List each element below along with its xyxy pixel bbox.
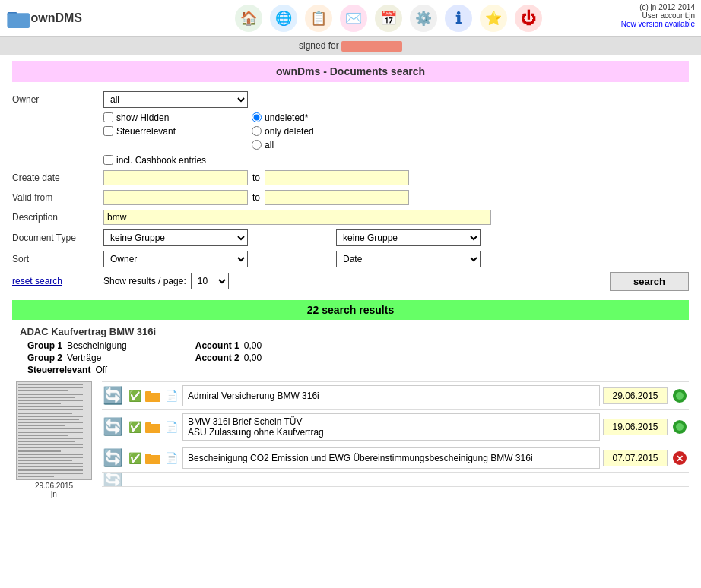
x-circle-icon-3: ✕ (672, 450, 687, 466)
svg-text:✕: ✕ (676, 454, 684, 464)
results-list: 🔄 ✅ 📄 Admiral Versicherung BMW 316i 29.0… (102, 381, 689, 487)
result-date-1: 29.06.2015 (603, 387, 668, 404)
create-date-to[interactable] (265, 170, 409, 185)
result-row: 🔄 (102, 472, 689, 487)
info-icon[interactable]: ℹ (445, 5, 472, 32)
reset-link-area: reset search (12, 276, 103, 286)
svg-rect-4 (145, 391, 151, 394)
only-deleted-radio[interactable] (252, 126, 262, 136)
email-icon[interactable]: ✉️ (340, 5, 367, 32)
page-icon-3[interactable]: 📄 (163, 450, 179, 466)
only-deleted-label: only deleted (265, 126, 314, 137)
folder-icon-2[interactable] (144, 419, 161, 435)
doc-type-select1[interactable]: keine Gruppe Bescheinigung Verträge (103, 229, 248, 246)
owner-controls: all jn other (103, 91, 689, 108)
refresh-icon-3[interactable]: 🔄 (102, 447, 123, 469)
power-icon[interactable]: ⏻ (515, 5, 542, 32)
check-icon-1[interactable]: ✅ (126, 387, 143, 404)
steuerrelevant-checkbox[interactable] (103, 126, 113, 136)
result-row: 🔄 ✅ 📄 Bescheinigung CO2 Emission und EWG… (102, 444, 689, 472)
steuerrelevant-label: Steuerrelevant (116, 126, 176, 137)
create-date-row: Create date to (12, 170, 689, 185)
result-end-3[interactable]: ✕ (671, 449, 689, 467)
all-del-row: all (252, 140, 314, 150)
svg-rect-2 (8, 14, 30, 27)
logo-area: ownDMS (6, 3, 82, 33)
folder-svg-3 (145, 452, 160, 464)
per-page-select[interactable]: 10 25 50 100 (191, 273, 229, 289)
top-right-info: (c) jn 2012-2014 User account:jn New ver… (621, 3, 695, 28)
meta-left: Group 1 Bescheinigung Group 2 Verträge S… (27, 340, 127, 375)
folder-icon-3[interactable] (144, 450, 161, 466)
thumbnail-date: 29.06.2015 (35, 482, 73, 490)
right-radios: undeleted* only deleted all (252, 112, 314, 150)
create-date-controls: to (103, 170, 689, 185)
valid-from-input[interactable] (103, 190, 248, 205)
svg-point-10 (676, 423, 684, 431)
nav-icons: 🏠 🌐 📋 ✉️ 📅 ⚙️ ℹ ⭐ ⏻ (82, 5, 695, 32)
show-results-label: Show results / page: (103, 276, 186, 286)
svg-rect-8 (145, 422, 151, 425)
show-results-area: Show results / page: 10 25 50 100 search (103, 272, 689, 291)
undeleted-radio[interactable] (252, 112, 262, 122)
search-form: Owner all jn other show Hidden Steuerrel… (12, 91, 689, 291)
valid-from-controls: to (103, 190, 689, 205)
group2-label: Group 2 (27, 352, 62, 363)
meta-account1: Account 1 0,00 (195, 340, 262, 351)
thumbnail-image (16, 381, 92, 480)
result-end-2[interactable] (671, 418, 689, 436)
owner-select[interactable]: all jn other (103, 91, 248, 108)
check-icon-2[interactable]: ✅ (126, 419, 143, 435)
incl-cashbook-checkbox[interactable] (103, 155, 113, 165)
settings-icon[interactable]: ⚙️ (410, 5, 437, 32)
group1-value: Bescheinigung (67, 340, 127, 351)
valid-to-input[interactable] (265, 190, 409, 205)
result-title-2: BMW 316i Brief Schein TÜV ASU Zulassung … (182, 413, 600, 441)
doc-type-label: Document Type (12, 232, 103, 243)
create-date-from[interactable] (103, 170, 248, 185)
search-button[interactable]: search (610, 272, 689, 291)
folder-svg-1 (145, 390, 160, 402)
result-end-1[interactable] (671, 387, 689, 405)
svg-point-6 (676, 392, 684, 400)
folder-icon-1[interactable] (144, 387, 161, 404)
show-hidden-row: show Hidden (103, 112, 176, 123)
owner-row: Owner all jn other (12, 91, 689, 108)
to-label2: to (252, 192, 260, 203)
page-icon-1[interactable]: 📄 (163, 387, 179, 404)
reset-search-link[interactable]: reset search (12, 276, 62, 286)
green-circle-icon-1 (672, 388, 687, 403)
sort-row: Sort Owner Date Title Date Owner Title (12, 251, 689, 267)
refresh-icon-4[interactable]: 🔄 (102, 472, 123, 487)
folder-svg-2 (145, 421, 160, 433)
page-icon-2[interactable]: 📄 (163, 419, 179, 435)
globe-icon[interactable]: 🌐 (270, 5, 297, 32)
signed-bar: signed for (0, 37, 701, 55)
calendar-icon[interactable]: 📅 (375, 5, 402, 32)
left-checkboxes: show Hidden Steuerrelevant (103, 112, 176, 150)
to-label1: to (252, 172, 260, 183)
meta-steuerrelevant: Steuerrelevant Off (27, 365, 127, 375)
show-hidden-checkbox[interactable] (103, 112, 113, 122)
sort-select2[interactable]: Date Owner Title (336, 251, 481, 267)
doc-type-select2[interactable]: keine Gruppe Bescheinigung Verträge (336, 229, 481, 246)
documents-icon[interactable]: 📋 (305, 5, 332, 32)
user-account-text: User account:jn (642, 11, 695, 20)
refresh-icon-2[interactable]: 🔄 (102, 416, 123, 438)
all-del-radio[interactable] (252, 140, 262, 150)
steuerrelevant-meta-label: Steuerrelevant (27, 365, 90, 375)
refresh-icon-1[interactable]: 🔄 (102, 385, 123, 406)
signed-for-text: signed for (299, 40, 339, 51)
star-icon[interactable]: ⭐ (480, 5, 507, 32)
new-version-link[interactable]: New version available (621, 20, 695, 28)
description-input[interactable] (103, 210, 491, 225)
home-icon[interactable]: 🏠 (235, 5, 262, 32)
result-row: 🔄 ✅ 📄 Admiral Versicherung BMW 316i 29.0… (102, 381, 689, 409)
sort-select1[interactable]: Owner Date Title (103, 251, 248, 267)
account1-value: 0,00 (244, 340, 262, 351)
meta-group2: Group 2 Verträge (27, 352, 127, 363)
check-icon-3[interactable]: ✅ (126, 450, 143, 466)
steuerrelevant-row: Steuerrelevant (103, 126, 176, 137)
results-bar: 22 search results (12, 300, 689, 320)
first-result: ADAC Kaufvertrag BMW 316i Group 1 Besche… (12, 326, 689, 375)
